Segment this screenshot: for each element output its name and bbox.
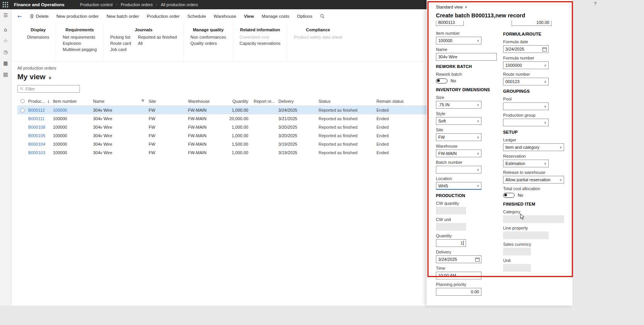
recent-clock-icon[interactable]: ◷ [3,49,8,55]
delivery-cell: 3/19/2025 [278,150,319,155]
ribbon-item-reported-as-finished[interactable]: Reported as finished [138,35,177,39]
column-header-production-order[interactable]: Produc...↓ [28,99,53,104]
column-header-quantity[interactable]: Quantity [227,99,254,104]
planning-priority-input[interactable] [436,288,481,296]
field-delivery: Delivery 3/24/2025 [436,250,498,263]
column-header-name[interactable]: Name [93,99,149,104]
new-production-order-button[interactable]: New production order [56,14,99,19]
ribbon-item-capacity-reservations[interactable]: Capacity reservations [240,41,281,46]
column-header-status[interactable]: Status [319,99,376,104]
tab-production-order[interactable]: Production order [147,14,180,19]
production-order-link[interactable]: B000103 [28,150,53,155]
release-to-warehouse-combobox[interactable]: Allow partial reservation ∨ [503,176,564,184]
calendar-icon[interactable] [475,257,480,262]
hamburger-menu-icon[interactable]: ☰ [3,12,8,19]
modules-icon[interactable]: ▤ [3,71,8,78]
warehouse-combobox[interactable]: FW-MAIN ∨ [436,150,481,157]
status-cell: Reported as finished [319,116,376,121]
ribbon-item-net-requirements[interactable]: Net requirements [63,35,97,39]
home-icon[interactable]: ⌂ [4,27,7,33]
column-header-report[interactable]: Report re... [254,99,278,104]
table-row[interactable]: B000105 100000 304v Wire FW FW-MAIN 1,00… [17,131,427,140]
breadcrumb-production-control[interactable]: Production control [80,2,113,7]
breadcrumb-all-production-orders[interactable]: All production orders [161,2,198,7]
ribbon-item-job-card[interactable]: Job card [110,47,131,52]
reservation-combobox[interactable]: Estimation ∨ [503,160,549,167]
favorites-star-icon[interactable]: ☆ [3,38,8,44]
pool-combobox[interactable]: ∨ [503,102,549,110]
time-input[interactable] [436,272,481,279]
ribbon-item-multilevel-pegging[interactable]: Multilevel pegging [63,47,97,52]
production-order-link[interactable]: B000108 [28,125,53,129]
delivery-date-input[interactable]: 3/24/2025 [436,255,481,263]
column-header-remain-status[interactable]: Remain status [376,99,427,104]
ribbon-group-compliance: Compliance Product safety data sheet [287,23,349,61]
status-cell: Reported as finished [319,133,376,138]
site-combobox[interactable]: FW ∨ [436,133,481,141]
ribbon-item-explosion[interactable]: Explosion [63,41,97,46]
ribbon-item-all[interactable]: All [138,41,177,46]
quantity-input[interactable]: 1 [436,239,466,247]
table-row[interactable]: B000108 100000 304v Wire FW FW-MAIN 1,00… [17,123,427,131]
name-input[interactable] [436,53,497,61]
formula-number-combobox[interactable]: 1000000 ∨ [503,61,549,69]
ribbon-item-non-conformances[interactable]: Non conformances [190,35,226,39]
waffle-dots-icon [3,2,8,7]
ribbon-group-display: Display Dimensions [20,23,56,61]
row-radio[interactable] [20,108,25,112]
production-group-combobox[interactable]: ∨ [503,119,549,126]
tab-view[interactable]: View [244,14,254,19]
ribbon-item-dimensions[interactable]: Dimensions [27,35,49,39]
grid-filter-box[interactable] [17,85,80,93]
filter-input[interactable] [25,87,77,91]
app-launcher-waffle-icon[interactable] [0,0,11,9]
standard-view-selector[interactable]: Standard view ∨ [436,5,467,9]
delete-button[interactable]: Delete [30,14,49,19]
quantity-partial-input[interactable]: 100.00 [512,21,552,26]
total-cost-allocation-toggle[interactable] [503,193,515,198]
item-number-combobox[interactable]: 100000 ∨ [436,37,481,44]
table-row[interactable]: B000104 100000 304v Wire FW FW-MAIN 1,50… [17,140,427,148]
tab-warehouse[interactable]: Warehouse [214,14,236,19]
breadcrumb-production-orders[interactable]: Production orders [121,2,153,7]
ribbon-group-title: Related information [240,27,281,32]
batch-number-partial-input[interactable]: B000113 [436,21,464,26]
tab-manage-costs[interactable]: Manage costs [262,14,290,19]
table-row[interactable]: B000111 100000 304v Wire FW FW-MAIN 20,0… [17,114,427,123]
size-combobox[interactable]: .75 IN ∨ [436,101,481,109]
search-icon [20,87,24,91]
column-header-item-number[interactable]: Item number [53,99,93,104]
table-row[interactable]: B000112 100000 304v Wire FW FW-MAIN 1,00… [17,106,427,114]
tab-schedule[interactable]: Schedule [187,14,206,19]
tab-options[interactable]: Options [297,14,312,19]
table-row[interactable]: B000103 100000 304v Wire FW FW-MAIN 1,00… [17,148,427,157]
location-combobox[interactable]: WHS ∨ [436,182,481,190]
rework-batch-toggle[interactable] [436,78,447,83]
formula-date-input[interactable]: 3/24/2025 [503,45,549,53]
ribbon-item-picking-list[interactable]: Picking list [110,35,131,39]
new-batch-order-button[interactable]: New batch order [107,14,139,19]
back-arrow-icon[interactable]: ← [17,13,22,19]
route-number-combobox[interactable]: 000123 ∨ [503,78,549,85]
filter-funnel-icon[interactable] [141,99,145,103]
production-order-link[interactable]: B000112 [28,108,53,112]
batch-number-combobox[interactable]: ∨ [436,166,481,174]
breadcrumb-separator-icon: › [116,3,117,7]
calendar-icon[interactable] [542,47,547,51]
ledger-combobox[interactable]: Item and category ∨ [503,143,564,151]
ribbon-item-route-card[interactable]: Route card [110,41,131,46]
select-all-radio[interactable] [20,99,25,103]
style-combobox[interactable]: Soft ∨ [436,117,481,125]
production-order-link[interactable]: B000111 [28,116,53,121]
production-order-link[interactable]: B000104 [28,142,53,146]
workspaces-icon[interactable]: ▦ [3,60,8,66]
production-order-link[interactable]: B000105 [28,133,53,138]
app-title[interactable]: Finance and Operations [14,2,64,7]
ribbon-search-icon[interactable] [320,14,325,19]
ribbon-item-quality-orders[interactable]: Quality orders [190,41,226,46]
column-header-delivery[interactable]: Delivery [278,99,319,104]
column-header-site[interactable]: Site [149,99,188,104]
column-header-warehouse[interactable]: Warehouse [188,99,227,104]
help-icon[interactable]: ? [594,1,597,7]
item-number-cell: 100000 [53,133,93,138]
